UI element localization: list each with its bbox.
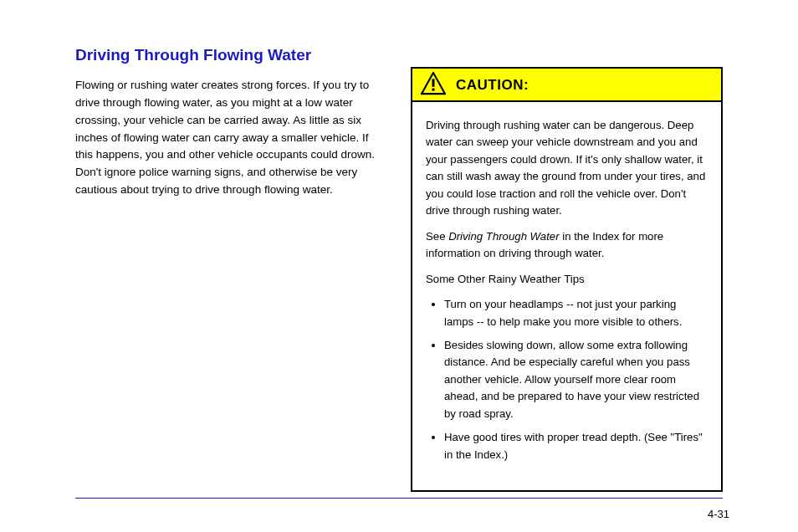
warning-triangle-icon	[421, 72, 446, 99]
right-column: CAUTION: Driving through rushing water c…	[411, 33, 723, 492]
list-item: Besides slowing down, allow some extra f…	[444, 337, 708, 422]
list-item: Have good tires with proper tread depth.…	[444, 429, 708, 463]
section-heading: Driving Through Flowing Water	[75, 45, 387, 65]
section-paragraph: Flowing or rushing water creates strong …	[75, 77, 387, 199]
page-number: 4-31	[708, 508, 729, 520]
caution-title: CAUTION:	[456, 77, 529, 94]
left-column: Driving Through Flowing Water Flowing or…	[75, 33, 387, 492]
caution-header: CAUTION:	[412, 69, 721, 102]
caution-body: Driving through rushing water can be dan…	[412, 102, 721, 490]
caution-bullet-list: Turn on your headlamps -- not just your …	[426, 296, 708, 463]
caution-precautions-label: Some Other Rainy Weather Tips	[426, 271, 708, 288]
page: Driving Through Flowing Water Flowing or…	[0, 0, 798, 532]
svg-rect-1	[432, 79, 435, 86]
footer-rule	[75, 498, 723, 499]
list-item: Turn on your headlamps -- not just your …	[444, 296, 708, 330]
caution-see-line: See Driving Through Water in the Index f…	[426, 228, 708, 263]
caution-box: CAUTION: Driving through rushing water c…	[411, 67, 723, 492]
svg-rect-2	[432, 89, 435, 91]
two-column-layout: Driving Through Flowing Water Flowing or…	[75, 33, 723, 492]
caution-paragraph: Driving through rushing water can be dan…	[426, 117, 708, 220]
